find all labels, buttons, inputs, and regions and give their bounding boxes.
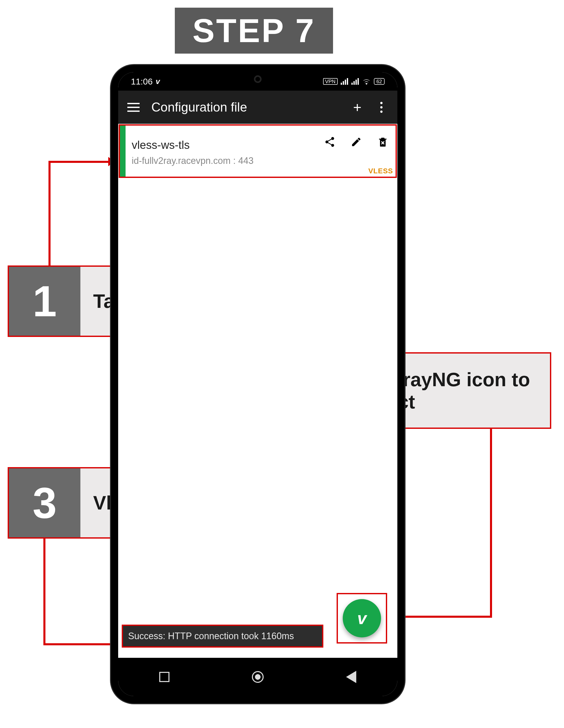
config-actions <box>324 136 389 148</box>
wifi-icon <box>362 78 371 85</box>
connector-1-line-v <box>48 161 51 265</box>
status-time: 11:06 <box>131 77 153 87</box>
active-indicator-stripe <box>120 126 126 177</box>
config-card-body: vless-ws-tls id-fullv2ray.racevpn.com : … <box>126 126 396 177</box>
v2ray-icon: v <box>357 609 367 628</box>
nav-back-icon[interactable] <box>346 671 356 683</box>
v2ray-status-icon: v <box>156 77 160 86</box>
vpn-indicator-icon: VPN <box>323 78 338 85</box>
phone-frame: 11:06 v VPN 62 Configuration file + vles… <box>111 65 404 703</box>
delete-icon[interactable] <box>377 136 389 148</box>
connector-1-line-h <box>48 161 110 163</box>
battery-icon: 62 <box>374 78 385 85</box>
overflow-menu-icon[interactable] <box>374 100 388 114</box>
camera-notch <box>254 75 262 83</box>
nav-home-icon[interactable] <box>252 671 264 683</box>
connector-3-line-v <box>43 539 45 645</box>
phone-screen: 11:06 v VPN 62 Configuration file + vles… <box>118 72 397 696</box>
callout-3-number: 3 <box>9 468 80 537</box>
status-left: 11:06 v <box>131 77 160 87</box>
status-toast: Success: HTTP connection took 1160ms <box>122 625 323 648</box>
edit-icon[interactable] <box>350 136 362 148</box>
status-right: VPN 62 <box>323 78 385 85</box>
android-nav-bar <box>118 658 397 696</box>
status-toast-text: Success: HTTP connection took 1160ms <box>128 631 294 641</box>
connector-3-line-h <box>43 643 115 645</box>
signal-icon-1 <box>341 78 348 85</box>
config-card[interactable]: vless-ws-tls id-fullv2ray.racevpn.com : … <box>119 124 397 178</box>
protocol-tag: VLESS <box>368 167 393 175</box>
connect-fab[interactable]: v <box>343 599 381 637</box>
nav-recent-icon[interactable] <box>159 672 169 682</box>
app-bar-title: Configuration file <box>151 100 340 115</box>
menu-icon[interactable] <box>127 100 141 114</box>
connector-2-line-v <box>490 429 492 618</box>
share-icon[interactable] <box>324 136 336 148</box>
app-bar: Configuration file + <box>118 91 397 124</box>
connector-2-line-h <box>401 616 492 618</box>
signal-icon-2 <box>351 78 359 85</box>
config-address: id-fullv2ray.racevpn.com : 443 <box>132 155 389 166</box>
add-button[interactable]: + <box>350 100 364 114</box>
step-banner: STEP 7 <box>175 8 333 54</box>
callout-1-number: 1 <box>9 267 80 336</box>
